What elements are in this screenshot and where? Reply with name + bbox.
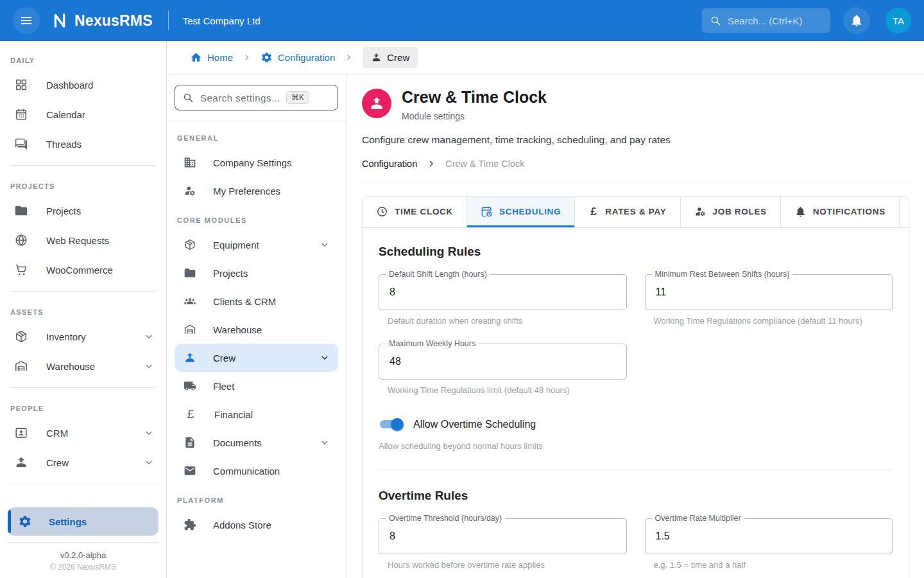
settings-item-label: Clients & CRM xyxy=(213,296,276,307)
default-shift-length-input[interactable] xyxy=(388,286,617,299)
sidebar-item-inventory[interactable]: Inventory xyxy=(0,322,166,351)
chevron-right-icon xyxy=(344,53,354,62)
brand[interactable]: NexusRMS xyxy=(50,11,153,30)
grid-spacer xyxy=(645,344,893,413)
main-content: Crew & Time Clock Module settings Config… xyxy=(346,74,924,578)
field-minimum-rest: Minimum Rest Between Shifts (hours) Work… xyxy=(645,274,893,326)
sidebar-item-woocommerce[interactable]: WooCommerce xyxy=(0,255,166,285)
breadcrumb-configuration[interactable]: Configuration xyxy=(261,51,335,64)
settings-item-equipment[interactable]: Equipment xyxy=(175,231,338,259)
settings-item-financial[interactable]: £ Financial xyxy=(175,400,338,428)
brand-name: NexusRMS xyxy=(74,12,153,30)
overtime-rate-multiplier-input[interactable] xyxy=(654,530,884,543)
settings-item-addons-store[interactable]: Addons Store xyxy=(175,511,338,539)
sidebar-item-label: Projects xyxy=(46,206,81,216)
tab-label: JOB ROLES xyxy=(713,207,767,216)
gear-icon xyxy=(261,51,273,64)
building-icon xyxy=(184,156,196,169)
sidebar-divider xyxy=(10,484,156,484)
breadcrumb-current-chip: Crew xyxy=(363,47,418,68)
page-title: Crew & Time Clock xyxy=(402,89,547,107)
maximum-weekly-hours-input[interactable] xyxy=(388,355,617,368)
text-field: Default Shift Length (hours) xyxy=(379,274,627,310)
breadcrumb-configuration-label: Configuration xyxy=(278,52,335,63)
folder-icon xyxy=(184,267,196,279)
allow-overtime-toggle[interactable] xyxy=(379,418,403,431)
tab-panel-scheduling: Scheduling Rules Default Shift Length (h… xyxy=(363,228,909,578)
tab-label: SCHEDULING xyxy=(499,207,561,216)
clock-icon xyxy=(376,206,388,218)
puzzle-icon xyxy=(184,518,196,531)
field-default-shift-length: Default Shift Length (hours) Default dur… xyxy=(379,274,627,326)
sidebar-item-warehouse[interactable]: Warehouse xyxy=(0,351,166,381)
sidebar-item-projects[interactable]: Projects xyxy=(0,196,166,225)
search-icon xyxy=(182,92,194,103)
settings-item-fleet[interactable]: Fleet xyxy=(175,372,338,400)
topbar: NexusRMS Test Company Ltd TA xyxy=(0,0,924,41)
sidebar-item-label: Warehouse xyxy=(46,361,95,372)
menu-icon xyxy=(19,13,33,28)
field-helper: e.g. 1.5 = time and a half xyxy=(654,560,893,570)
scheduling-fields: Default Shift Length (hours) Default dur… xyxy=(379,274,893,413)
engineer-icon xyxy=(371,52,382,63)
user-avatar[interactable]: TA xyxy=(886,8,911,33)
settings-item-documents[interactable]: Documents xyxy=(175,428,338,457)
settings-item-label: Fleet xyxy=(213,381,234,392)
module-settings-card: TIME CLOCK SCHEDULING £ RATES & PAY xyxy=(362,196,909,578)
field-overtime-threshold: Overtime Threshold (hours/day) Hours wor… xyxy=(379,518,627,570)
sidebar-item-web-requests[interactable]: Web Requests xyxy=(0,225,166,255)
tab-label: NOTIFICATIONS xyxy=(813,207,886,216)
settings-item-clients-crm[interactable]: Clients & CRM xyxy=(175,287,338,315)
text-field: Overtime Threshold (hours/day) xyxy=(379,518,627,554)
text-field: Overtime Rate Multiplier xyxy=(645,518,893,554)
people-icon xyxy=(184,295,196,308)
global-search-input[interactable] xyxy=(726,15,823,27)
document-icon xyxy=(184,436,196,449)
settings-item-my-preferences[interactable]: My Preferences xyxy=(175,177,338,205)
section-heading-overtime-rules: Overtime Rules xyxy=(379,489,893,503)
settings-item-projects[interactable]: Projects xyxy=(175,259,338,287)
minimum-rest-input[interactable] xyxy=(654,286,884,299)
settings-label: Settings xyxy=(49,516,87,527)
module-breadcrumb-parent[interactable]: Configuration xyxy=(362,159,417,169)
settings-item-crew[interactable]: Crew xyxy=(175,344,338,372)
sidebar-footer: v0.2.0-alpha © 2026 NexusRMS xyxy=(8,542,158,578)
page-subtitle: Module settings xyxy=(402,111,547,121)
tab-time-clock[interactable]: TIME CLOCK xyxy=(363,197,467,227)
overtime-threshold-input[interactable] xyxy=(388,530,617,543)
sidebar-item-crm[interactable]: CRM xyxy=(0,418,166,448)
breadcrumb: Home Configuration Crew xyxy=(167,41,924,74)
breadcrumb-home[interactable]: Home xyxy=(190,51,233,64)
field-helper: Default duration when creating shifts xyxy=(388,316,627,326)
sidebar-item-dashboard[interactable]: Dashboard xyxy=(0,70,166,100)
settings-search[interactable]: ⌘K xyxy=(175,85,338,110)
gear-icon xyxy=(18,514,32,529)
field-overtime-rate-multiplier: Overtime Rate Multiplier e.g. 1.5 = time… xyxy=(645,518,893,570)
overtime-toggle-row: Allow Overtime Scheduling xyxy=(379,418,893,431)
breadcrumb-home-label: Home xyxy=(207,52,233,63)
sidebar-item-label: CRM xyxy=(46,428,68,439)
sidebar-section-people: PEOPLE xyxy=(0,394,166,418)
sidebar-item-label: Crew xyxy=(46,457,69,468)
global-search[interactable] xyxy=(702,8,830,33)
sidebar-item-crew[interactable]: Crew xyxy=(0,448,166,477)
hamburger-menu-button[interactable] xyxy=(13,7,40,34)
sidebar-divider xyxy=(10,291,156,292)
notifications-button[interactable] xyxy=(843,7,870,34)
sidebar-item-settings[interactable]: Settings xyxy=(8,507,158,536)
box-icon xyxy=(184,238,196,251)
keyboard-shortcut-badge: ⌘K xyxy=(286,91,309,104)
tab-rates-pay[interactable]: £ RATES & PAY xyxy=(575,197,680,227)
tab-notifications[interactable]: NOTIFICATIONS xyxy=(781,197,900,227)
sidebar-item-threads[interactable]: Threads xyxy=(0,129,166,159)
sidebar-item-calendar[interactable]: Calendar xyxy=(0,100,166,129)
tab-job-roles[interactable]: JOB ROLES xyxy=(681,197,781,227)
settings-search-input[interactable] xyxy=(199,92,281,104)
toggle-helper: Allow scheduling beyond normal hours lim… xyxy=(379,441,893,451)
sidebar-section-daily: DAILY xyxy=(0,46,166,70)
settings-item-communication[interactable]: Communication xyxy=(175,457,338,485)
tab-scheduling[interactable]: SCHEDULING xyxy=(467,197,575,227)
settings-item-warehouse[interactable]: Warehouse xyxy=(175,315,338,344)
settings-item-label: Warehouse xyxy=(213,324,262,335)
settings-item-company-settings[interactable]: Company Settings xyxy=(175,148,338,177)
